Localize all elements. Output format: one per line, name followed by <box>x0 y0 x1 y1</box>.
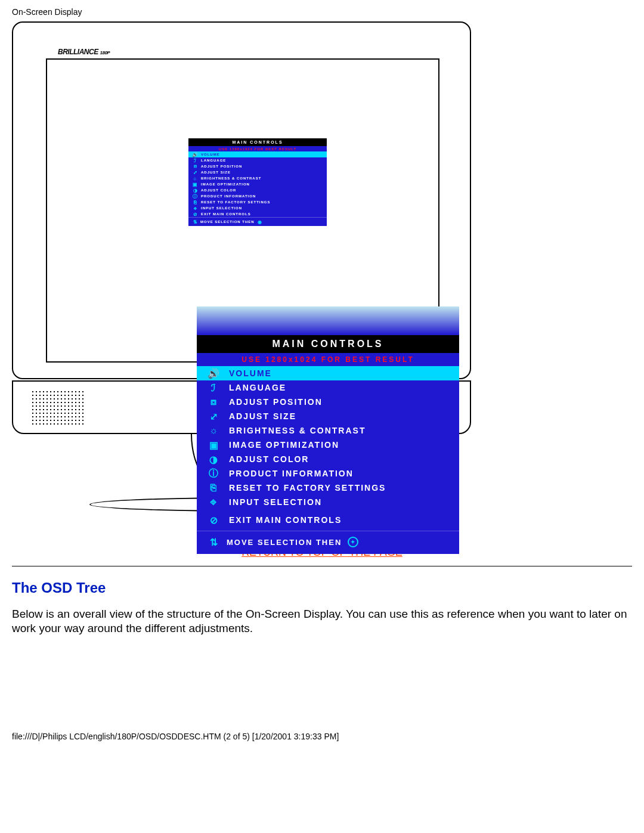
osd-items-small: 🔊VOLUMEℐLANGUAGE⧈ADJUST POSITION⤢ADJUST … <box>188 151 327 217</box>
osd-item-language[interactable]: ℐLANGUAGE <box>197 380 459 395</box>
color-icon: ◑ <box>192 188 198 193</box>
page-footer-path: file:///D|/Philips LCD/english/180P/OSD/… <box>12 732 632 741</box>
osd-item-language[interactable]: ℐLANGUAGE <box>188 157 327 163</box>
reset-icon: ⎘ <box>206 482 221 494</box>
osd-item-adjust-position[interactable]: ⧈ADJUST POSITION <box>197 395 459 409</box>
osd-title-large: MAIN CONTROLS <box>197 335 459 353</box>
osd-item-label: INPUT SELECTION <box>229 497 322 507</box>
ok-icon: ✦ <box>348 537 358 547</box>
osd-item-label: PRODUCT INFORMATION <box>229 469 354 478</box>
osd-item-label: IMAGE OPTIMIZATION <box>201 182 250 186</box>
osd-item-image-optimization[interactable]: ▣IMAGE OPTIMIZATION <box>197 438 459 452</box>
osd-item-adjust-size[interactable]: ⤢ADJUST SIZE <box>188 169 327 175</box>
osd-item-label: ADJUST POSITION <box>201 165 242 168</box>
brand-text: BRILLIANCE <box>58 48 98 56</box>
page-header-title: On-Screen Display <box>12 7 632 17</box>
osd-item-label: INPUT SELECTION <box>201 206 242 210</box>
osd-item-volume[interactable]: 🔊VOLUME <box>197 366 459 380</box>
optimize-icon: ▣ <box>192 182 198 187</box>
osd-item-label: RESET TO FACTORY SETTINGS <box>201 200 270 204</box>
volume-icon: 🔊 <box>192 152 198 157</box>
section-heading-osd-tree: The OSD Tree <box>12 580 632 596</box>
osd-item-label: VOLUME <box>201 153 220 156</box>
osd-item-adjust-position[interactable]: ⧈ADJUST POSITION <box>188 163 327 169</box>
color-icon: ◑ <box>206 453 221 465</box>
info-icon: ⓘ <box>192 194 198 199</box>
osd-item-image-optimization[interactable]: ▣IMAGE OPTIMIZATION <box>188 181 327 187</box>
osd-item-label: BRIGHTNESS & CONTRAST <box>201 176 261 180</box>
osd-hint-large: USE 1280x1024 FOR BEST RESULT <box>197 353 459 366</box>
volume-icon: 🔊 <box>206 367 221 379</box>
osd-item-label: ADJUST POSITION <box>229 397 323 407</box>
move-selection-icon: ⇅ <box>192 219 198 224</box>
section-body-text: Below is an overall view of the structur… <box>12 607 632 636</box>
osd-title-small: MAIN CONTROLS <box>188 138 327 146</box>
osd-item-brightness-contrast[interactable]: ☼BRIGHTNESS & CONTRAST <box>197 423 459 438</box>
language-icon: ℐ <box>206 382 221 394</box>
position-icon: ⧈ <box>206 396 221 408</box>
input-icon: ⎆ <box>206 496 221 508</box>
horizontal-rule <box>12 566 632 566</box>
move-selection-icon: ⇅ <box>206 536 221 548</box>
input-icon: ⎆ <box>192 206 198 210</box>
osd-footer-text-small: MOVE SELECTION THEN <box>200 220 255 224</box>
osd-hint-small: USE 1280x1024 FOR BEST RESULT <box>188 146 327 151</box>
osd-item-exit-main-controls[interactable]: ⊘EXIT MAIN CONTROLS <box>197 513 459 527</box>
brand-model: 180P <box>100 50 110 55</box>
reset-icon: ⎘ <box>192 200 198 205</box>
monitor-brand-label: BRILLIANCE 180P <box>58 48 110 56</box>
osd-item-label: BRIGHTNESS & CONTRAST <box>229 426 366 435</box>
osd-item-reset-to-factory-settings[interactable]: ⎘RESET TO FACTORY SETTINGS <box>188 199 327 205</box>
osd-item-label: ADJUST SIZE <box>229 411 296 421</box>
exit-icon: ⊘ <box>192 212 198 216</box>
osd-item-label: EXIT MAIN CONTROLS <box>229 515 342 525</box>
speaker-grille-left <box>31 390 85 426</box>
exit-icon: ⊘ <box>206 514 221 526</box>
osd-item-label: RESET TO FACTORY SETTINGS <box>229 483 386 493</box>
osd-item-product-information[interactable]: ⓘPRODUCT INFORMATION <box>188 193 327 199</box>
size-icon: ⤢ <box>206 410 221 422</box>
brightness-icon: ☼ <box>206 425 221 436</box>
osd-item-label: IMAGE OPTIMIZATION <box>229 440 339 450</box>
osd-items-large: 🔊VOLUMEℐLANGUAGE⧈ADJUST POSITION⤢ADJUST … <box>197 366 459 527</box>
osd-item-product-information[interactable]: ⓘPRODUCT INFORMATION <box>197 466 459 481</box>
position-icon: ⧈ <box>192 164 198 169</box>
osd-item-adjust-color[interactable]: ◑ADJUST COLOR <box>188 187 327 193</box>
osd-item-input-selection[interactable]: ⎆INPUT SELECTION <box>197 495 459 509</box>
brightness-icon: ☼ <box>192 176 198 181</box>
osd-footer-large: ⇅ MOVE SELECTION THEN ✦ <box>197 531 459 554</box>
osd-item-label: ADJUST SIZE <box>201 171 231 174</box>
osd-item-volume[interactable]: 🔊VOLUME <box>188 151 327 157</box>
osd-menu-small: MAIN CONTROLS USE 1280x1024 FOR BEST RES… <box>188 138 327 226</box>
language-icon: ℐ <box>192 158 198 163</box>
osd-item-adjust-size[interactable]: ⤢ADJUST SIZE <box>197 409 459 423</box>
info-icon: ⓘ <box>206 467 221 479</box>
osd-item-label: EXIT MAIN CONTROLS <box>201 212 251 216</box>
size-icon: ⤢ <box>192 170 198 175</box>
osd-footer-text-large: MOVE SELECTION THEN <box>227 538 342 547</box>
osd-item-reset-to-factory-settings[interactable]: ⎘RESET TO FACTORY SETTINGS <box>197 481 459 495</box>
osd-item-label: VOLUME <box>229 368 272 378</box>
osd-item-label: LANGUAGE <box>229 383 286 392</box>
osd-item-label: PRODUCT INFORMATION <box>201 194 256 198</box>
optimize-icon: ▣ <box>206 439 221 451</box>
osd-item-brightness-contrast[interactable]: ☼BRIGHTNESS & CONTRAST <box>188 175 327 181</box>
osd-item-label: ADJUST COLOR <box>229 454 309 464</box>
monitor-illustration: BRILLIANCE 180P MAIN CONTROLS USE 1280x1… <box>12 21 572 540</box>
osd-item-label: LANGUAGE <box>201 159 226 162</box>
osd-item-label: ADJUST COLOR <box>201 188 236 192</box>
osd-item-input-selection[interactable]: ⎆INPUT SELECTION <box>188 205 327 211</box>
osd-footer-small: ⇅ MOVE SELECTION THEN ◉ <box>188 217 327 226</box>
ok-icon: ◉ <box>257 219 263 224</box>
osd-item-exit-main-controls[interactable]: ⊘EXIT MAIN CONTROLS <box>188 211 327 217</box>
osd-zoom-gradient <box>197 306 459 335</box>
osd-menu-large: MAIN CONTROLS USE 1280x1024 FOR BEST RES… <box>197 306 459 554</box>
osd-item-adjust-color[interactable]: ◑ADJUST COLOR <box>197 452 459 466</box>
